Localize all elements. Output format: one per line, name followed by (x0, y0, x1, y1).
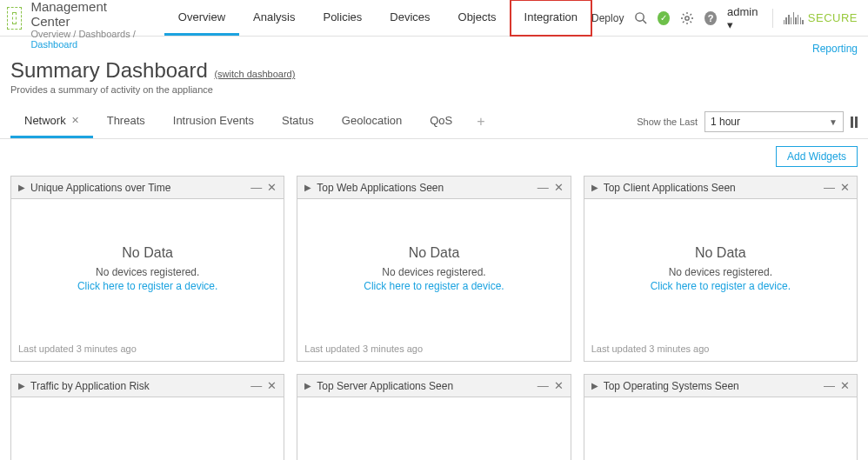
cisco-bars-icon (784, 12, 804, 24)
widget-title: Top Operating Systems Seen (604, 380, 739, 392)
no-devices-label: No devices registered. (96, 266, 199, 278)
add-widgets-button[interactable]: Add Widgets (776, 146, 858, 167)
no-devices-label: No devices registered. (669, 266, 772, 278)
nav-analysis[interactable]: Analysis (239, 0, 309, 36)
caret-right-icon[interactable]: ▶ (304, 381, 311, 390)
widget-traffic-risk: ▶ Traffic by Application Risk — ✕ No Dat… (10, 374, 284, 460)
brand-logo-icon (7, 7, 22, 30)
widget-title: Top Server Applications Seen (317, 380, 453, 392)
svg-point-0 (636, 13, 644, 21)
no-data-label: No Data (122, 245, 173, 261)
widget-title: Top Web Applications Seen (317, 182, 444, 194)
nav-devices[interactable]: Devices (376, 0, 444, 36)
secure-label: SECURE (808, 11, 858, 24)
widget-top-web-apps: ▶ Top Web Applications Seen — ✕ No Data … (297, 176, 571, 362)
register-device-link[interactable]: Click here to register a device. (651, 280, 791, 292)
page-title: Summary Dashboard (10, 58, 208, 82)
gear-icon[interactable] (680, 11, 694, 25)
svg-line-10 (691, 14, 692, 16)
close-icon[interactable]: ✕ (267, 181, 277, 194)
svg-line-8 (691, 21, 692, 23)
widget-title: Traffic by Application Risk (30, 380, 150, 392)
no-data-label: No Data (695, 245, 746, 261)
pause-icon[interactable] (851, 117, 858, 128)
register-device-link[interactable]: Click here to register a device. (77, 280, 217, 292)
close-icon[interactable]: ✕ (267, 379, 277, 392)
chevron-down-icon: ▼ (829, 117, 838, 127)
close-icon[interactable]: ✕ (840, 181, 850, 194)
last-updated-label: Last updated 3 minutes ago (11, 338, 284, 361)
minimize-icon[interactable]: — (250, 181, 262, 194)
time-range-value: 1 hour (711, 116, 740, 128)
deploy-button[interactable]: Deploy (591, 12, 624, 24)
last-updated-label: Last updated 3 minutes ago (297, 338, 570, 361)
caret-right-icon[interactable]: ▶ (591, 381, 598, 390)
main-nav: Overview Analysis Policies Devices Objec… (164, 0, 591, 36)
no-devices-label: No devices registered. (382, 266, 485, 278)
breadcrumb-seg-dashboard[interactable]: Dashboard (30, 39, 77, 50)
tab-qos[interactable]: QoS (416, 105, 466, 138)
widget-title: Unique Applications over Time (30, 182, 170, 194)
caret-right-icon[interactable]: ▶ (304, 183, 311, 192)
caret-right-icon[interactable]: ▶ (18, 183, 25, 192)
widget-top-client-apps: ▶ Top Client Applications Seen — ✕ No Da… (584, 176, 858, 362)
brand-title: Firewall Management Center (30, 0, 137, 29)
widget-unique-apps: ▶ Unique Applications over Time — ✕ No D… (10, 176, 284, 362)
minimize-icon[interactable]: — (537, 181, 549, 194)
switch-dashboard-link[interactable]: (switch dashboard) (214, 69, 295, 79)
svg-point-2 (685, 16, 689, 19)
svg-line-1 (644, 20, 647, 23)
nav-overview[interactable]: Overview (164, 0, 239, 36)
tab-intrusion[interactable]: Intrusion Events (159, 105, 268, 138)
tab-network-label: Network (24, 114, 66, 127)
widget-top-os: ▶ Top Operating Systems Seen — ✕ (584, 374, 858, 460)
tab-status[interactable]: Status (268, 105, 328, 138)
tab-geolocation[interactable]: Geolocation (328, 105, 416, 138)
cisco-secure-logo: SECURE (784, 11, 858, 24)
divider (772, 9, 773, 28)
help-icon[interactable]: ? (704, 11, 717, 25)
tab-network[interactable]: Network ✕ (10, 105, 93, 138)
breadcrumb: Overview / Dashboards / Dashboard (30, 29, 137, 50)
minimize-icon[interactable]: — (250, 379, 262, 392)
breadcrumb-seg-dashboards[interactable]: Dashboards (78, 29, 130, 39)
svg-line-9 (683, 21, 684, 23)
caret-right-icon[interactable]: ▶ (18, 381, 25, 390)
close-icon[interactable]: ✕ (71, 115, 79, 126)
caret-right-icon[interactable]: ▶ (591, 183, 598, 192)
nav-policies[interactable]: Policies (309, 0, 376, 36)
register-device-link[interactable]: Click here to register a device. (364, 280, 504, 292)
close-icon[interactable]: ✕ (554, 181, 564, 194)
close-icon[interactable]: ✕ (554, 379, 564, 392)
reporting-link[interactable]: Reporting (812, 43, 858, 55)
status-ok-icon[interactable]: ✓ (658, 11, 670, 25)
show-last-label: Show the Last (637, 117, 698, 127)
minimize-icon[interactable]: — (824, 379, 835, 392)
page-description: Provides a summary of activity on the ap… (0, 84, 868, 105)
nav-objects[interactable]: Objects (444, 0, 511, 36)
svg-line-7 (683, 14, 684, 16)
nav-integration[interactable]: Integration (511, 0, 591, 36)
last-updated-label: Last updated 3 minutes ago (584, 338, 857, 361)
no-data-label: No Data (409, 245, 460, 261)
time-range-select[interactable]: 1 hour ▼ (704, 111, 844, 132)
search-icon[interactable] (634, 11, 647, 24)
tab-threats[interactable]: Threats (93, 105, 159, 138)
user-menu[interactable]: admin ▾ (727, 5, 762, 31)
close-icon[interactable]: ✕ (840, 379, 850, 392)
widget-title: Top Client Applications Seen (604, 182, 736, 194)
breadcrumb-seg-overview[interactable]: Overview (30, 29, 70, 39)
widget-top-server-apps: ▶ Top Server Applications Seen — ✕ (297, 374, 571, 460)
minimize-icon[interactable]: — (537, 379, 549, 392)
add-tab-button[interactable]: + (466, 114, 495, 130)
minimize-icon[interactable]: — (824, 181, 835, 194)
